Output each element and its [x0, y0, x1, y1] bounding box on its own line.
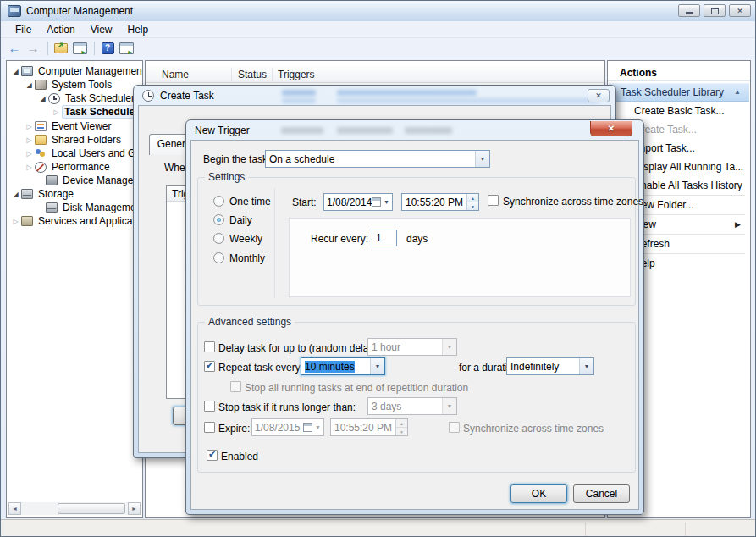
start-date-picker[interactable]: 1/08/2014 ▼ [323, 193, 393, 211]
list-header: Name Status Triggers [146, 66, 604, 83]
recur-input[interactable] [372, 230, 397, 246]
expanded-icon[interactable]: ◢ [10, 191, 21, 198]
tree-item-computer-management[interactable]: ◢ Computer Management (Local [8, 64, 143, 78]
tree-item-label: System Tools [50, 79, 113, 91]
chevron-down-icon: ▼ [442, 398, 456, 414]
tree-item-services[interactable]: ▷ Services and Applications [8, 214, 143, 228]
chevron-down-icon[interactable]: ▼ [579, 358, 593, 374]
start-time-spinner[interactable]: 10:55:20 PM ▲ ▼ [401, 193, 479, 211]
column-separator[interactable] [231, 68, 232, 81]
tree-item-task-scheduler[interactable]: ◢ Task Scheduler [8, 91, 136, 105]
action-create-basic-task[interactable]: Create Basic Task... [609, 102, 749, 120]
sync-timezones-label[interactable]: Synchronize across time zones [503, 196, 643, 208]
sync-timezones-checkbox[interactable] [488, 195, 499, 206]
column-triggers[interactable]: Triggers [278, 69, 315, 80]
collapsed-icon[interactable]: ▷ [24, 136, 35, 144]
actions-group-task-scheduler-library[interactable]: Task Scheduler Library ▲ [609, 83, 749, 102]
title-bar[interactable]: Computer Management ✕ [1, 1, 756, 21]
tree-horizontal-scrollbar[interactable]: ◄ ► [8, 502, 141, 515]
repeat-task-label[interactable]: Repeat task every: [218, 362, 303, 374]
create-task-title: Create Task [160, 90, 214, 102]
chevron-down-icon: ▼ [315, 424, 321, 430]
expanded-icon[interactable]: ◢ [10, 68, 21, 75]
enabled-checkbox[interactable] [207, 450, 218, 461]
menu-action[interactable]: Action [39, 22, 82, 37]
statusbar-separator [585, 523, 586, 536]
scroll-right-icon[interactable]: ► [128, 502, 141, 515]
collapsed-icon[interactable]: ▷ [10, 218, 21, 225]
forward-icon[interactable]: → [25, 41, 41, 56]
spin-down-icon[interactable]: ▼ [467, 202, 478, 210]
tree-item-system-tools[interactable]: ◢ System Tools [8, 78, 113, 91]
radio-weekly-label[interactable]: Weekly [229, 233, 262, 245]
help-icon[interactable]: ? [99, 41, 116, 56]
tree-item-event-viewer[interactable]: ▷ Event Viewer [8, 119, 113, 133]
start-label: Start: [292, 197, 317, 208]
tree-item-storage[interactable]: ◢ Storage [8, 187, 75, 201]
begin-task-combobox[interactable]: On a schedule ▼ [265, 150, 490, 168]
stop-task-duration-value: 3 days [368, 401, 442, 412]
radio-monthly[interactable] [213, 252, 224, 263]
scroll-left-icon[interactable]: ◄ [8, 502, 21, 515]
radio-weekly[interactable] [213, 233, 224, 244]
tree-item-label: Computer Management (Local [36, 65, 143, 77]
spin-up-icon[interactable]: ▲ [467, 194, 478, 202]
repeat-task-checkbox[interactable] [204, 361, 215, 372]
tree-item-label: Performance [50, 161, 112, 173]
menu-view[interactable]: View [83, 22, 120, 37]
tree-item-performance[interactable]: ▷ Performance [8, 160, 112, 174]
ok-button[interactable]: OK [510, 484, 567, 503]
tree-item-device-manager[interactable]: Device Manager [8, 174, 138, 187]
cancel-button[interactable]: Cancel [573, 484, 630, 503]
delay-task-checkbox[interactable] [204, 341, 215, 352]
chevron-down-icon[interactable]: ▼ [370, 358, 384, 374]
expire-label[interactable]: Expire: [218, 423, 250, 435]
back-icon[interactable]: ← [6, 41, 23, 56]
stop-task-label[interactable]: Stop task if it runs longer than: [218, 401, 356, 413]
tree-item-shared-folders[interactable]: ▷ Shared Folders [8, 133, 123, 147]
radio-one-time-label[interactable]: One time [229, 196, 271, 208]
tree-item-local-users[interactable]: ▷ Local Users and Groups [8, 147, 143, 160]
close-icon: ✕ [608, 124, 615, 133]
repeat-interval-combobox[interactable]: 10 minutes ▼ [301, 357, 385, 375]
app-icon [8, 5, 21, 17]
expanded-icon[interactable]: ◢ [37, 95, 48, 102]
menu-file[interactable]: File [8, 22, 39, 37]
collapsed-icon[interactable]: ▷ [24, 150, 35, 158]
new-trigger-title: New Trigger [195, 125, 250, 136]
new-trigger-close-button[interactable]: ✕ [590, 121, 632, 136]
chevron-down-icon[interactable]: ▼ [475, 151, 489, 167]
maximize-button[interactable] [704, 4, 726, 17]
collapsed-icon[interactable]: ▷ [51, 108, 62, 116]
collapsed-icon[interactable]: ▷ [24, 123, 35, 130]
chevron-down-icon[interactable]: ▼ [384, 199, 389, 205]
enabled-label[interactable]: Enabled [221, 451, 258, 462]
column-name[interactable]: Name [162, 69, 189, 80]
new-trigger-title-bar[interactable]: New Trigger [186, 120, 643, 140]
column-status[interactable]: Status [238, 69, 267, 80]
tree-item-disk-management[interactable]: Disk Management [8, 201, 143, 214]
tree-item-label: Task Scheduler [63, 92, 136, 104]
duration-combobox[interactable]: Indefinitely ▼ [506, 357, 594, 375]
expanded-icon[interactable]: ◢ [24, 81, 35, 89]
menu-help[interactable]: Help [120, 22, 157, 37]
collapse-chevron-icon[interactable]: ▲ [734, 88, 741, 96]
create-task-close-button[interactable]: ✕ [588, 89, 610, 102]
minimize-button[interactable] [678, 4, 700, 17]
radio-one-time[interactable] [213, 196, 224, 207]
show-window-icon[interactable] [71, 41, 88, 56]
collapsed-icon[interactable]: ▷ [24, 163, 35, 171]
console-window-icon[interactable] [118, 41, 135, 56]
export-list-icon[interactable] [52, 41, 69, 56]
stop-task-checkbox[interactable] [204, 401, 215, 412]
create-task-title-bar[interactable]: Create Task ✕ [134, 86, 615, 105]
column-separator[interactable] [272, 68, 273, 81]
radio-monthly-label[interactable]: Monthly [229, 252, 265, 264]
scrollbar-thumb[interactable] [58, 503, 125, 514]
expire-checkbox[interactable] [204, 422, 215, 433]
tree-item-task-scheduler-library[interactable]: ▷ Task Scheduler Library [8, 105, 143, 119]
radio-daily-label[interactable]: Daily [229, 214, 252, 226]
close-button[interactable]: ✕ [729, 4, 751, 17]
delay-task-label[interactable]: Delay task for up to (random delay): [218, 342, 380, 354]
radio-daily[interactable] [213, 214, 224, 225]
